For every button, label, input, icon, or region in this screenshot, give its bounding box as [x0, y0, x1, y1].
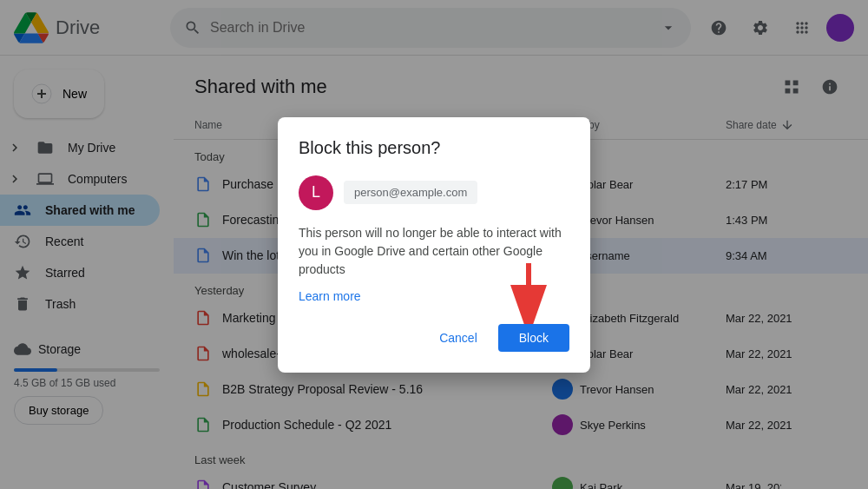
dialog-title: Block this person?: [299, 138, 569, 158]
block-person-dialog: Block this person? L person@example.com …: [278, 117, 590, 373]
dialog-user-email: person@example.com: [344, 181, 477, 204]
dialog-actions: Cancel Block: [299, 324, 569, 352]
cancel-button[interactable]: Cancel: [425, 324, 491, 352]
dialog-user-row: L person@example.com: [299, 175, 569, 210]
red-arrow-icon: [507, 263, 550, 324]
block-button[interactable]: Block: [498, 324, 569, 352]
dialog-overlay: Block this person? L person@example.com …: [0, 0, 868, 489]
dialog-user-avatar: L: [299, 175, 333, 210]
block-btn-wrapper: Block: [498, 324, 569, 352]
